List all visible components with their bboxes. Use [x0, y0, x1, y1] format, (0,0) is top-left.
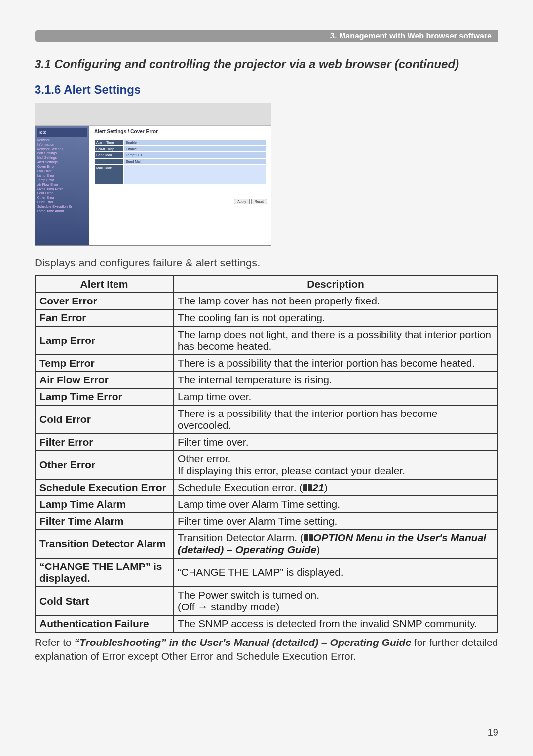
alert-desc-cell: The lamp cover has not been properly fix…	[173, 293, 498, 309]
alert-item-cell: Lamp Error	[35, 326, 173, 355]
alert-desc-cell: Schedule Execution error. (21)	[173, 479, 498, 496]
alert-desc-cell: Filter time over Alarm Time setting.	[173, 513, 498, 529]
alert-item-cell: Filter Time Alarm	[35, 513, 173, 529]
ss-left-item: Network Settings	[37, 147, 87, 151]
table-row: Cold StartThe Power switch is turned on.…	[35, 587, 498, 615]
alert-desc-cell: Filter time over.	[173, 434, 498, 451]
table-row: Fan ErrorThe cooling fan is not operatin…	[35, 309, 498, 326]
table-row: Filter ErrorFilter time over.	[35, 434, 498, 451]
ss-left-item: Other Error	[37, 195, 87, 200]
alert-item-cell: Lamp Time Error	[35, 388, 173, 405]
table-row: Cover ErrorThe lamp cover has not been p…	[35, 293, 498, 309]
col-description: Description	[173, 276, 498, 293]
ss-left-item: Mail Settings	[37, 155, 87, 160]
alert-desc-cell: Lamp time over Alarm Time setting.	[173, 496, 498, 513]
table-row: Temp ErrorThere is a possibility that th…	[35, 355, 498, 372]
ss-left-item: Network	[37, 138, 87, 142]
ss-left-head: Top:	[37, 128, 87, 137]
section-title: 3.1 Configuring and controlling the proj…	[35, 57, 498, 71]
alert-desc-cell: Other error.If displaying this error, pl…	[173, 451, 498, 479]
subsection-title: 3.1.6 Alert Settings	[35, 83, 498, 97]
alert-item-cell: Transition Detector Alarm	[35, 529, 173, 558]
ss-left-item: Port Settings	[37, 151, 87, 155]
alert-desc-cell: The internal temperature is rising.	[173, 372, 498, 388]
table-row: Authentication FailureThe SNMP access is…	[35, 615, 498, 632]
ss-left-item: Cold Error	[37, 191, 87, 195]
ss-left-list: NetworkInformationNetwork SettingsPort S…	[37, 138, 87, 213]
apply-button[interactable]: Apply	[234, 199, 250, 204]
table-row: Air Flow ErrorThe internal temperature i…	[35, 372, 498, 388]
ss-panel-title: Alert Settings / Cover Error	[94, 129, 266, 136]
table-row: Lamp Time AlarmLamp time over Alarm Time…	[35, 496, 498, 513]
ss-left-item: Information	[37, 142, 87, 147]
table-row: Transition Detector AlarmTransition Dete…	[35, 529, 498, 558]
alert-desc-cell: The Power switch is turned on.(Off → sta…	[173, 587, 498, 615]
book-icon	[304, 534, 313, 541]
alert-desc-cell: There is a possibility that the interior…	[173, 405, 498, 434]
table-row: Schedule Execution ErrorSchedule Executi…	[35, 479, 498, 496]
alert-table: Alert Item Description Cover ErrorThe la…	[35, 275, 498, 633]
alert-item-cell: Other Error	[35, 451, 173, 479]
alert-item-cell: Lamp Time Alarm	[35, 496, 173, 513]
table-row: Filter Time AlarmFilter time over Alarm …	[35, 513, 498, 529]
alert-desc-cell: Lamp time over.	[173, 388, 498, 405]
alert-desc-cell: The lamp does not light, and there is a …	[173, 326, 498, 355]
alert-item-cell: Cold Error	[35, 405, 173, 434]
ss-left-item: Air Flow Error	[37, 182, 87, 187]
footnote: Refer to “Troubleshooting” in the User's…	[35, 636, 498, 664]
alert-item-cell: Cover Error	[35, 293, 173, 309]
alert-settings-screenshot: Top: NetworkInformationNetwork SettingsP…	[35, 103, 271, 246]
chapter-header: 3. Management with Web browser software	[35, 30, 498, 42]
ss-left-item: Schedule Execution Er	[37, 204, 87, 209]
table-row: Lamp Time ErrorLamp time over.	[35, 388, 498, 405]
ss-left-item: Alert Settings	[37, 160, 87, 164]
alert-item-cell: Cold Start	[35, 587, 173, 615]
alert-desc-cell: “CHANGE THE LAMP” is displayed.	[173, 558, 498, 587]
alert-item-cell: “CHANGE THE LAMP” is displayed.	[35, 558, 173, 587]
alert-desc-cell: Transition Detector Alarm. (OPTION Menu …	[173, 529, 498, 558]
reset-button[interactable]: Reset	[251, 199, 267, 204]
book-icon	[303, 484, 312, 491]
ss-left-item: Temp Error	[37, 178, 87, 182]
alert-desc-cell: The cooling fan is not operating.	[173, 309, 498, 326]
ss-left-item: Lamp Time Alarm	[37, 209, 87, 213]
page-number: 19	[488, 727, 498, 738]
alert-desc-cell: There is a possibility that the interior…	[173, 355, 498, 372]
intro-text: Displays and configures failure & alert …	[35, 257, 498, 269]
ss-left-item: Filter Error	[37, 200, 87, 204]
table-row: Cold ErrorThere is a possibility that th…	[35, 405, 498, 434]
ss-left-item: Fan Error	[37, 169, 87, 173]
alert-item-cell: Schedule Execution Error	[35, 479, 173, 496]
ss-left-item: Lamp Error	[37, 173, 87, 178]
table-row: Lamp ErrorThe lamp does not light, and t…	[35, 326, 498, 355]
ss-left-item: Cover Error	[37, 164, 87, 169]
alert-item-cell: Temp Error	[35, 355, 173, 372]
alert-item-cell: Air Flow Error	[35, 372, 173, 388]
alert-item-cell: Authentication Failure	[35, 615, 173, 632]
alert-desc-cell: The SNMP access is detected from the inv…	[173, 615, 498, 632]
ss-left-item: Lamp Time Error	[37, 187, 87, 191]
alert-item-cell: Filter Error	[35, 434, 173, 451]
alert-item-cell: Fan Error	[35, 309, 173, 326]
table-row: Other ErrorOther error.If displaying thi…	[35, 451, 498, 479]
col-alert-item: Alert Item	[35, 276, 173, 293]
table-row: “CHANGE THE LAMP” is displayed.“CHANGE T…	[35, 558, 498, 587]
